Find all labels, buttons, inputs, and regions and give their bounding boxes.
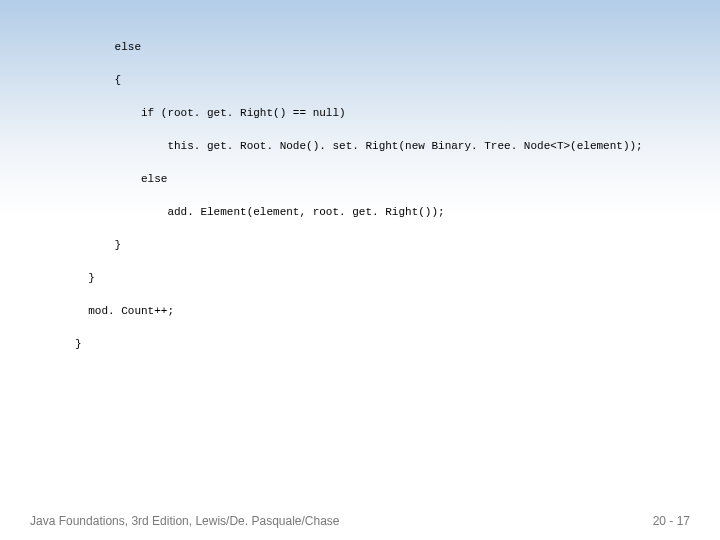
code-line: else bbox=[75, 171, 643, 188]
slide-footer: Java Foundations, 3rd Edition, Lewis/De.… bbox=[30, 514, 690, 528]
footer-source: Java Foundations, 3rd Edition, Lewis/De.… bbox=[30, 514, 340, 528]
code-line: mod. Count++; bbox=[75, 303, 643, 320]
code-line: this. get. Root. Node(). set. Right(new … bbox=[75, 138, 643, 155]
code-line: if (root. get. Right() == null) bbox=[75, 105, 643, 122]
code-line: } bbox=[75, 336, 643, 353]
code-line: } bbox=[75, 237, 643, 254]
code-line: } bbox=[75, 270, 643, 287]
code-line: else bbox=[75, 39, 643, 56]
code-line: add. Element(element, root. get. Right()… bbox=[75, 204, 643, 221]
code-line: { bbox=[75, 72, 643, 89]
code-block: else { if (root. get. Right() == null) t… bbox=[75, 22, 643, 369]
footer-page-number: 20 - 17 bbox=[653, 514, 690, 528]
